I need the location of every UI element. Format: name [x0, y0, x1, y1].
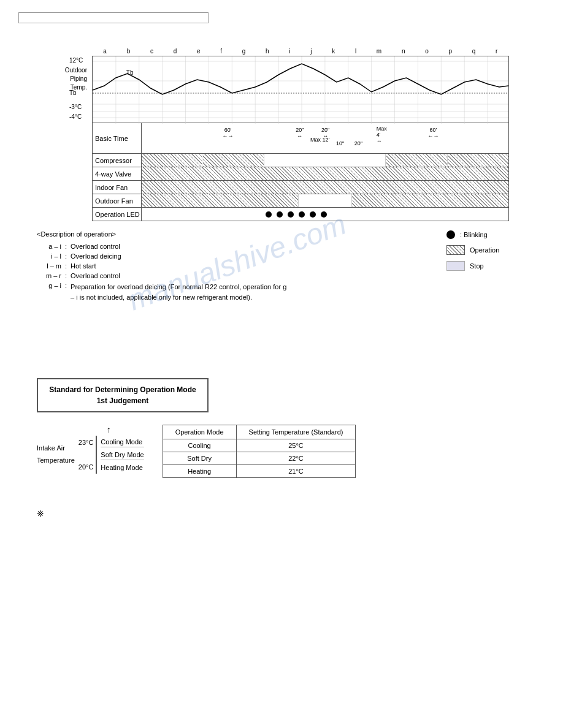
op-mode-table: Operation Mode Setting Temperature (Stan… — [163, 425, 356, 478]
standard-box-line2: 1st Judgement — [48, 395, 197, 406]
col-n: n — [402, 48, 405, 55]
legend-operation: Operation — [446, 245, 545, 255]
indoor-fan-row: Indoor Fan — [92, 181, 509, 194]
operation-led-row: Operation LED — [92, 208, 509, 221]
time-20-1: 20" ↔ — [296, 127, 304, 139]
intake-diagram: ↑ Intake Air Temperature 23°C 20°C Cooli… — [37, 425, 144, 474]
desc-item-lm: l – m : Hot start — [37, 262, 428, 270]
standard-content: ↑ Intake Air Temperature 23°C 20°C Cooli… — [37, 425, 545, 478]
desc-item-ai: a – i : Overload control — [37, 243, 428, 250]
col-m: m — [377, 48, 381, 55]
fourway-valve-row: 4-way Valve — [92, 167, 509, 181]
legend-stop: Stop — [446, 261, 545, 271]
col-l: l — [355, 48, 356, 55]
col-p: p — [448, 48, 452, 55]
td-cooling-temp: 25°C — [236, 439, 356, 452]
legend-stop-label: Stop — [470, 262, 484, 270]
table-row-heating: Heating 21°C — [163, 465, 356, 478]
outdoor-fan-label: Outdoor Fan — [93, 194, 142, 207]
basic-time-row: Basic Time 60' ←→ 20" ↔ 20" ↔ — [92, 123, 509, 154]
description-section: <Description of operation> a – i : Overl… — [37, 230, 545, 305]
temp-23: 23°C — [79, 439, 94, 446]
description-left: <Description of operation> a – i : Overl… — [37, 230, 428, 305]
compressor-row: Compressor — [92, 154, 509, 167]
note-symbol: ※ — [37, 509, 545, 518]
th-setting-temp: Setting Temperature (Standard) — [236, 425, 356, 439]
td-heating-temp: 21°C — [236, 465, 356, 478]
col-d: d — [174, 48, 177, 55]
outdoor-fan-cells — [142, 194, 508, 207]
legend-blinking: : Blinking — [446, 230, 545, 239]
legend-blinking-label: : Blinking — [460, 231, 488, 238]
time-max12: Max 12' — [310, 137, 329, 143]
legend-operation-label: Operation — [470, 246, 499, 254]
td-softdry-mode: Soft Dry — [163, 452, 236, 465]
softdry-mode-label: Soft Dry Mode — [101, 450, 144, 460]
th-operation-mode: Operation Mode — [163, 425, 236, 439]
col-a: a — [103, 48, 107, 55]
col-f: f — [220, 48, 222, 55]
page: Outdoor Piping Temp. a b c d e f g h i j… — [0, 0, 563, 728]
td-cooling-mode: Cooling — [163, 439, 236, 452]
intake-arrow-symbol: ↑ — [74, 425, 144, 434]
col-o: o — [425, 48, 429, 55]
legend-section: : Blinking Operation Stop — [446, 230, 545, 305]
mode-labels: Cooling Mode Soft Dry Mode Heating Mode — [96, 436, 144, 474]
op-mode-table-container: Operation Mode Setting Temperature (Stan… — [163, 425, 356, 478]
col-c: c — [150, 48, 153, 55]
table-row-cooling: Cooling 25°C — [163, 439, 356, 452]
top-bar — [18, 12, 209, 23]
standard-box-line1: Standard for Determining Operation Mode — [48, 384, 197, 395]
led-cells — [142, 208, 508, 221]
temp-values: 23°C 20°C — [79, 439, 94, 471]
operation-led-label: Operation LED — [93, 208, 142, 221]
fourway-valve-label: 4-way Valve — [93, 167, 142, 180]
heating-mode-label: Heating Mode — [101, 463, 144, 472]
description-title: <Description of operation> — [37, 230, 428, 238]
column-headers: a b c d e f g h i j k l m n o p q — [92, 48, 509, 55]
outdoor-fan-row: Outdoor Fan — [92, 194, 509, 208]
time-max4: Max 4' ↔ — [377, 126, 387, 144]
col-h: h — [266, 48, 269, 55]
indoor-fan-cells — [142, 181, 508, 194]
td-softdry-temp: 22°C — [236, 452, 356, 465]
col-r: r — [496, 48, 497, 55]
col-e: e — [197, 48, 201, 55]
cooling-mode-label: Cooling Mode — [101, 437, 144, 447]
basic-time-label: Basic Time — [93, 123, 142, 153]
temp-svg: Tb — [93, 56, 508, 124]
standard-box: Standard for Determining Operation Mode … — [37, 378, 209, 412]
outdoor-piping-label: Outdoor Piping Temp. — [37, 48, 92, 221]
time-60-right: 60' ←→ — [427, 127, 439, 139]
col-k: k — [332, 48, 335, 55]
col-i: i — [289, 48, 290, 55]
time-10: 10" — [336, 140, 344, 146]
standard-section: Standard for Determining Operation Mode … — [37, 378, 545, 478]
indoor-fan-label: Indoor Fan — [93, 181, 142, 194]
time-60-left: 60' ←→ — [223, 127, 234, 139]
col-b: b — [127, 48, 131, 55]
col-q: q — [472, 48, 476, 55]
desc-item-gi: g – i : Preparation for overload deicing… — [37, 282, 428, 302]
compressor-cells — [142, 154, 508, 167]
table-row-softdry: Soft Dry 22°C — [163, 452, 356, 465]
temp-20: 20°C — [79, 463, 94, 471]
col-g: g — [242, 48, 246, 55]
fourway-cells — [142, 167, 508, 180]
svg-text:Tb: Tb — [126, 69, 134, 76]
compressor-label: Compressor — [93, 154, 142, 167]
time-20-3: 20" — [354, 140, 362, 146]
intake-row: Intake Air Temperature 23°C 20°C Cooling… — [37, 436, 144, 474]
td-heating-mode: Heating — [163, 465, 236, 478]
temp-chart: 12°C Tb -3°C -4°C — [92, 56, 509, 123]
intake-text: Intake Air Temperature — [37, 442, 75, 467]
col-j: j — [310, 48, 312, 55]
desc-item-il: i – l : Overload deicing — [37, 252, 428, 260]
desc-item-mr: m – r : Overload control — [37, 272, 428, 279]
